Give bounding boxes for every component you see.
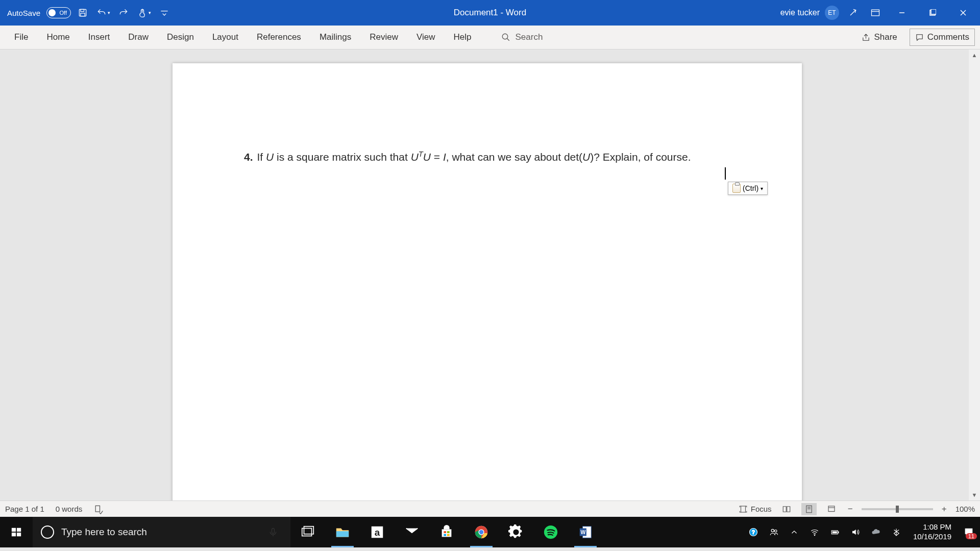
svg-rect-12	[741, 506, 745, 512]
svg-rect-13	[806, 506, 812, 513]
page-info[interactable]: Page 1 of 1	[5, 505, 44, 513]
close-button[interactable]	[950, 3, 976, 23]
minimize-button[interactable]	[889, 3, 915, 23]
autosave-state: Off	[60, 10, 67, 16]
action-center-icon[interactable]: 11	[961, 524, 977, 540]
tab-home[interactable]: Home	[37, 27, 79, 47]
amazon-icon[interactable]: a	[360, 517, 395, 547]
redo-icon[interactable]	[115, 4, 132, 21]
volume-icon[interactable]	[848, 528, 863, 537]
tab-review[interactable]: Review	[360, 27, 407, 47]
comments-label: Comments	[927, 32, 969, 42]
svg-rect-2	[81, 13, 85, 16]
tray-expand-icon[interactable]	[787, 528, 802, 537]
svg-text:a: a	[375, 527, 380, 538]
svg-point-36	[479, 530, 483, 534]
tab-references[interactable]: References	[248, 27, 310, 47]
username-label[interactable]: evie tucker	[780, 8, 820, 17]
tab-mailings[interactable]: Mailings	[310, 27, 360, 47]
touch-mode-icon[interactable]: ▾	[135, 4, 153, 21]
zoom-in-button[interactable]: +	[940, 504, 948, 514]
vertical-scrollbar[interactable]: ▲ ▼	[969, 49, 980, 500]
focus-mode-button[interactable]: Focus	[739, 505, 772, 514]
zoom-slider[interactable]	[862, 508, 933, 510]
svg-rect-19	[12, 528, 16, 532]
tab-view[interactable]: View	[407, 27, 445, 47]
onedrive-icon[interactable]	[868, 528, 884, 537]
word-icon[interactable]: W	[568, 517, 603, 547]
item-number: 4.	[244, 151, 253, 163]
svg-rect-49	[832, 532, 837, 534]
tab-insert[interactable]: Insert	[79, 27, 119, 47]
svg-rect-30	[447, 531, 450, 533]
paste-options-button[interactable]: (Ctrl) ▾	[728, 182, 768, 195]
taskbar-search-placeholder: Type here to search	[61, 527, 147, 538]
task-view-icon[interactable]	[290, 517, 325, 547]
tab-layout[interactable]: Layout	[203, 27, 248, 47]
autosave-label: AutoSave	[7, 9, 40, 17]
clock-date: 10/16/2019	[913, 532, 951, 542]
save-icon[interactable]	[74, 4, 91, 21]
zoom-level[interactable]: 100%	[955, 505, 975, 513]
chrome-icon[interactable]	[464, 517, 499, 547]
tab-file[interactable]: File	[5, 27, 37, 47]
chevron-down-icon[interactable]: ▾	[108, 10, 110, 15]
mail-icon[interactable]	[395, 517, 429, 547]
tab-draw[interactable]: Draw	[119, 27, 158, 47]
mic-icon[interactable]	[268, 525, 278, 539]
svg-rect-21	[12, 533, 16, 536]
taskbar-clock[interactable]: 1:08 PM 10/16/2019	[909, 522, 955, 542]
tell-me-search[interactable]: Search	[481, 32, 543, 42]
read-mode-icon[interactable]	[779, 503, 794, 515]
file-explorer-icon[interactable]	[325, 517, 360, 547]
title-bar: AutoSave Off ▾ ▾ Document1 - Word evie t…	[0, 0, 980, 26]
svg-point-45	[774, 530, 777, 533]
undo-icon[interactable]: ▾	[94, 4, 112, 21]
windows-taskbar: Type here to search a W ? 1:08 PM 10/16/…	[0, 517, 980, 547]
svg-rect-29	[444, 531, 446, 533]
svg-rect-3	[872, 10, 879, 16]
web-layout-icon[interactable]	[824, 503, 839, 515]
text-cursor	[725, 167, 726, 180]
autosave-toggle[interactable]: Off	[46, 7, 71, 18]
chevron-down-icon[interactable]: ▾	[149, 10, 151, 15]
scroll-up-icon[interactable]: ▲	[969, 49, 980, 61]
microsoft-store-icon[interactable]	[429, 517, 464, 547]
share-button[interactable]: Share	[856, 29, 902, 46]
coming-soon-icon[interactable]	[844, 4, 862, 21]
chevron-down-icon: ▾	[761, 186, 763, 191]
wifi-icon[interactable]	[807, 528, 822, 537]
zoom-out-button[interactable]: −	[846, 504, 854, 514]
settings-icon[interactable]	[499, 517, 533, 547]
people-icon[interactable]	[766, 528, 781, 537]
clipboard-icon	[732, 184, 741, 193]
document-title: Document1 - Word	[454, 8, 526, 18]
spellcheck-icon[interactable]	[93, 504, 104, 514]
svg-rect-25	[302, 529, 312, 536]
comments-button[interactable]: Comments	[910, 29, 975, 46]
focus-icon	[739, 505, 748, 514]
zoom-thumb[interactable]	[896, 506, 899, 513]
user-avatar[interactable]: ET	[825, 6, 839, 20]
ribbon-display-icon[interactable]	[867, 4, 884, 21]
taskbar-search[interactable]: Type here to search	[33, 517, 290, 547]
start-button[interactable]	[0, 517, 33, 547]
share-icon	[862, 33, 870, 42]
svg-rect-22	[17, 533, 21, 536]
tab-help[interactable]: Help	[445, 27, 481, 47]
spotify-icon[interactable]	[533, 517, 568, 547]
customize-qat-icon[interactable]	[156, 4, 173, 21]
battery-icon[interactable]	[827, 528, 843, 537]
tab-design[interactable]: Design	[158, 27, 203, 47]
system-tray: ? 1:08 PM 10/16/2019 11	[746, 517, 980, 547]
document-text[interactable]: 4.If U is a square matrix such that UTU …	[244, 150, 691, 164]
maximize-button[interactable]	[920, 3, 945, 23]
scroll-down-icon[interactable]: ▼	[969, 489, 980, 500]
bluetooth-icon[interactable]	[889, 528, 904, 537]
get-help-icon[interactable]: ?	[746, 528, 761, 537]
document-page[interactable]: 4.If U is a square matrix such that UTU …	[173, 63, 802, 500]
print-layout-icon[interactable]	[801, 503, 817, 515]
comment-icon	[915, 33, 924, 42]
word-count[interactable]: 0 words	[56, 505, 83, 513]
titlebar-right: evie tucker ET	[780, 3, 980, 23]
